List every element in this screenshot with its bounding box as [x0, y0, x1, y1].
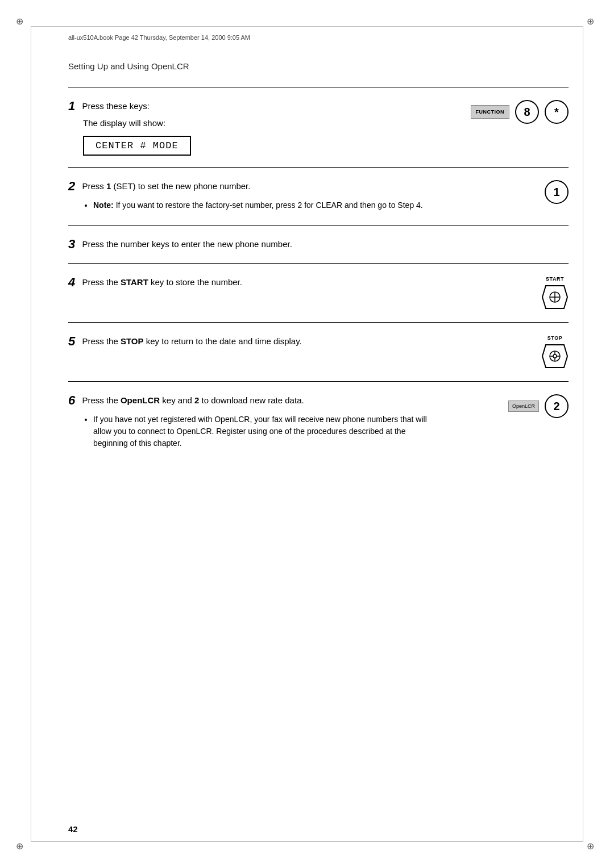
- step-2-key-area: 1: [455, 180, 569, 204]
- openlcr-area: OpenLCR 2: [508, 394, 569, 418]
- step-6-row: 6 Press the OpenLCR key and 2 to downloa…: [68, 382, 569, 463]
- start-key-icon: [541, 283, 569, 311]
- step-6-key-area: OpenLCR 2: [455, 394, 569, 418]
- header-bar: all-ux510A.book Page 42 Thursday, Septem…: [68, 34, 569, 44]
- key-2: 2: [545, 394, 569, 418]
- step-3-text: Press the number keys to enter the new p…: [82, 239, 292, 249]
- step-1-display-area: The display will show: CENTER # MODE: [68, 118, 438, 156]
- step-4-content: 4 Press the START key to store the numbe…: [68, 276, 455, 290]
- step-1-content: 1 Press these keys: The display will sho…: [68, 100, 455, 156]
- key-8: 8: [515, 100, 539, 124]
- svg-marker-4: [542, 345, 567, 368]
- step-6-number: 6: [68, 393, 75, 408]
- reg-mark-bottom-right: [587, 841, 598, 852]
- step-6-text: Press the OpenLCR key and 2 to download …: [82, 395, 304, 405]
- step-2-note-label: Note:: [93, 201, 114, 210]
- openlcr-key: OpenLCR: [508, 400, 539, 412]
- stop-key-icon: [541, 343, 569, 370]
- reg-mark-bottom-left: [16, 841, 27, 852]
- function-key: FUNCTION: [471, 105, 510, 119]
- step-5-key-area: STOP: [455, 335, 569, 370]
- step-6-content: 6 Press the OpenLCR key and 2 to downloa…: [68, 394, 455, 452]
- step-4-text: Press the START key to store the number.: [82, 277, 242, 287]
- border-top: [31, 26, 583, 27]
- step-5-content: 5 Press the STOP key to return to the da…: [68, 335, 455, 349]
- reg-mark-top-left: [16, 16, 27, 27]
- step-2-sub: Note: If you want to restore the factory…: [83, 199, 438, 211]
- step-1-text: Press these keys:: [82, 101, 149, 111]
- step-2-number: 2: [68, 179, 75, 194]
- step-2-note: Note: If you want to restore the factory…: [93, 201, 423, 210]
- step-6-sub: If you have not yet registered with Open…: [83, 414, 438, 449]
- step-2-text: Press 1 (SET) to set the new phone numbe…: [82, 181, 250, 191]
- key-asterisk: *: [545, 100, 569, 124]
- step-4-bold: START: [121, 277, 148, 287]
- step-5-text: Press the STOP key to return to the date…: [82, 336, 301, 346]
- border-bottom: [31, 841, 583, 842]
- start-key-label: START: [546, 276, 564, 282]
- step-4-number: 4: [68, 275, 75, 290]
- step-2-row: 2 Press 1 (SET) to set the new phone num…: [68, 168, 569, 226]
- section-title: Setting Up and Using OpenLCR: [68, 61, 569, 71]
- step-5-row: 5 Press the STOP key to return to the da…: [68, 323, 569, 382]
- step-2-content: 2 Press 1 (SET) to set the new phone num…: [68, 180, 455, 214]
- stop-key-wrapper: STOP: [541, 335, 569, 370]
- step-5-number: 5: [68, 334, 75, 349]
- step-6-bullet: If you have not yet registered with Open…: [93, 415, 427, 448]
- page-number: 42: [68, 824, 78, 834]
- step-1-display-box: CENTER # MODE: [83, 136, 191, 156]
- start-key-wrapper: START: [541, 276, 569, 311]
- step-3-number: 3: [68, 237, 75, 252]
- key-1: 1: [545, 180, 569, 204]
- step-5-bold: STOP: [121, 336, 144, 346]
- step-1-key-area: FUNCTION 8 *: [455, 100, 569, 124]
- step-6-bold: OpenLCR: [121, 395, 160, 405]
- reg-mark-top-right: [587, 16, 598, 27]
- step-4-row: 4 Press the START key to store the numbe…: [68, 264, 569, 323]
- border-right: [583, 26, 583, 842]
- border-left: [31, 26, 31, 842]
- step-1-display-label: The display will show:: [83, 118, 438, 128]
- stop-key-label: STOP: [547, 335, 562, 341]
- step-1-number: 1: [68, 99, 75, 114]
- file-info: all-ux510A.book Page 42 Thursday, Septem…: [68, 34, 250, 41]
- step-1-row: 1 Press these keys: The display will sho…: [68, 87, 569, 168]
- step-3-row: 3 Press the number keys to enter the new…: [68, 226, 569, 264]
- step-3-content: 3 Press the number keys to enter the new…: [68, 238, 455, 252]
- step-4-key-area: START: [455, 276, 569, 311]
- page-container: all-ux510A.book Page 42 Thursday, Septem…: [0, 0, 614, 868]
